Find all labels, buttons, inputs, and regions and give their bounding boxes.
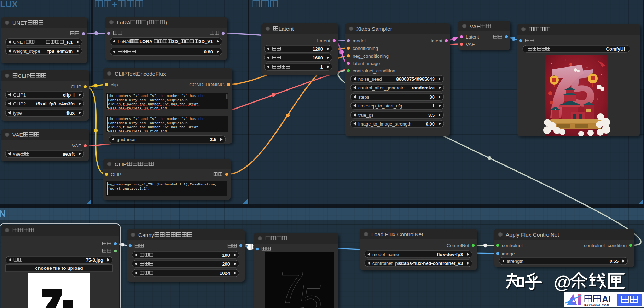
svg-text:ControlNet: ControlNet — [446, 243, 469, 248]
svg-text:vae: vae — [13, 151, 21, 157]
svg-text:strength: strength — [507, 258, 523, 264]
svg-text:0.00: 0.00 — [426, 121, 435, 127]
svg-text:VAE: VAE — [470, 23, 480, 29]
svg-text:CLIP: CLIP — [71, 84, 81, 89]
svg-text:clouds,flowers,the number "5": clouds,flowers,the number "5" has the Gr… — [108, 125, 198, 129]
svg-text:LORA: LORA — [139, 39, 152, 44]
svg-text:steps: steps — [358, 94, 370, 100]
svg-text:timestep_to_start_cfg: timestep_to_start_cfg — [358, 103, 402, 109]
svg-text:1: 1 — [432, 103, 435, 109]
svg-text:30: 30 — [430, 94, 435, 100]
svg-text:controlnet_condition: controlnet_condition — [584, 243, 627, 248]
svg-text:image_to_image_strength: image_to_image_strength — [358, 121, 411, 127]
svg-text:noise_seed: noise_seed — [358, 76, 382, 82]
svg-text:@: @ — [554, 273, 571, 292]
svg-text:CLIPTextEncodeFlux: CLIPTextEncodeFlux — [115, 71, 166, 77]
svg-text:3.5: 3.5 — [210, 137, 216, 142]
svg-text:image: image — [502, 251, 515, 256]
svg-text:The numbers "7" and "5",the nu: The numbers "7" and "5",the number "7" h… — [108, 94, 205, 98]
svg-text:randomize: randomize — [412, 85, 435, 91]
svg-text:ComfyUI: ComfyUI — [606, 46, 625, 52]
svg-text:choose file to upload: choose file to upload — [35, 266, 83, 271]
svg-text:AI: AI — [602, 294, 611, 304]
svg-text:1200: 1200 — [313, 46, 323, 52]
svg-text:0.55: 0.55 — [610, 258, 619, 264]
svg-text:UNET: UNET — [13, 40, 25, 45]
svg-text:FAXIANAI.COM: FAXIANAI.COM — [584, 304, 609, 307]
svg-text:control_after_generate: control_after_generate — [358, 85, 405, 91]
svg-text:VAE: VAE — [12, 132, 23, 138]
svg-text:ng_deepnegative_v1_75t,(badhan: ng_deepnegative_v1_75t,(badhandv4:1.2),E… — [108, 182, 217, 186]
svg-text:LoRA: LoRA — [118, 39, 129, 44]
svg-text:Apply Flux ControlNet: Apply Flux ControlNet — [506, 232, 559, 238]
svg-text:fp8_e4m3fn: fp8_e4m3fn — [47, 48, 73, 54]
svg-text:1024: 1024 — [220, 271, 230, 276]
svg-text:3D_: 3D_ — [172, 39, 181, 44]
svg-text:3.5: 3.5 — [428, 112, 435, 118]
svg-text:CLIP1: CLIP1 — [13, 92, 26, 98]
svg-text:guidance: guidance — [117, 137, 135, 142]
svg-text:Load Flux ControlNet: Load Flux ControlNet — [371, 231, 423, 237]
svg-text:conditioning: conditioning — [353, 46, 378, 51]
svg-text:LoRA: LoRA — [117, 19, 130, 25]
svg-text:FLUX: FLUX — [0, 0, 18, 9]
svg-text:The numbers "7" and "5",the nu: The numbers "7" and "5",the number "7" h… — [108, 117, 205, 121]
svg-text:CLIP2: CLIP2 — [13, 101, 26, 106]
svg-text:model_name: model_name — [372, 252, 399, 257]
svg-text:_F.1: _F.1 — [64, 40, 73, 45]
svg-text:controlnet_condition: controlnet_condition — [353, 68, 395, 74]
svg-text:weight_dtype: weight_dtype — [13, 48, 40, 54]
svg-text:VAE: VAE — [72, 143, 81, 149]
svg-text:model: model — [353, 38, 366, 43]
svg-text:type: type — [13, 110, 22, 116]
svg-text:1600: 1600 — [313, 55, 323, 60]
svg-text:CONDITIONING: CONDITIONING — [189, 82, 225, 87]
svg-text:Forbidden City,red lanterns,au: Forbidden City,red lanterns,auspicious — [108, 98, 188, 102]
svg-text:860037540965643: 860037540965643 — [396, 76, 435, 82]
svg-text:flux-dev-fp8: flux-dev-fp8 — [437, 252, 463, 257]
svg-text:CLIP: CLIP — [111, 172, 121, 177]
svg-text:neg_conditioning: neg_conditioning — [353, 53, 389, 59]
svg-text:latent_image: latent_image — [353, 61, 380, 66]
svg-text:VAE: VAE — [466, 42, 475, 47]
svg-text:flux: flux — [66, 110, 75, 116]
svg-text:+: + — [112, 0, 117, 9]
svg-text:(: ( — [147, 19, 149, 25]
svg-text:CLIP: CLIP — [18, 73, 30, 79]
svg-text:Latent: Latent — [279, 26, 294, 32]
svg-text:5: 5 — [297, 276, 325, 308]
svg-text:200: 200 — [222, 261, 230, 267]
svg-text:1: 1 — [320, 64, 323, 70]
svg-text:Latent: Latent — [317, 38, 330, 43]
svg-text:0.80: 0.80 — [204, 49, 213, 54]
svg-text:clip_l: clip_l — [63, 92, 75, 98]
svg-text:75-3.jpg: 75-3.jpg — [86, 257, 103, 263]
svg-text:CLIP: CLIP — [115, 161, 127, 167]
svg-text:Latent: Latent — [466, 34, 479, 40]
svg-text:N: N — [0, 209, 6, 219]
svg-text:true_gs: true_gs — [358, 112, 374, 118]
svg-text:ae.sft: ae.sft — [63, 151, 75, 157]
svg-text:Forbidden City,red lanterns,au: Forbidden City,red lanterns,auspicious — [108, 121, 188, 125]
svg-text:): ) — [165, 19, 167, 25]
svg-text:(worst quality:1.2),: (worst quality:1.2), — [108, 187, 150, 191]
svg-text:UNET: UNET — [12, 20, 28, 26]
svg-text:3D_V1: 3D_V1 — [199, 39, 213, 44]
svg-text:Canny: Canny — [138, 232, 154, 238]
svg-text:latent: latent — [431, 38, 442, 43]
svg-text:controlnet: controlnet — [502, 243, 523, 248]
svg-text:t5xxl_fp8_e4m3fn: t5xxl_fp8_e4m3fn — [36, 101, 75, 106]
svg-text:XLabs-flux-hed-controlnet_v3: XLabs-flux-hed-controlnet_v3 — [398, 261, 463, 266]
svg-text:Xlabs Sampler: Xlabs Sampler — [356, 26, 392, 32]
svg-text:clip: clip — [111, 82, 118, 87]
svg-text:100: 100 — [222, 252, 230, 258]
